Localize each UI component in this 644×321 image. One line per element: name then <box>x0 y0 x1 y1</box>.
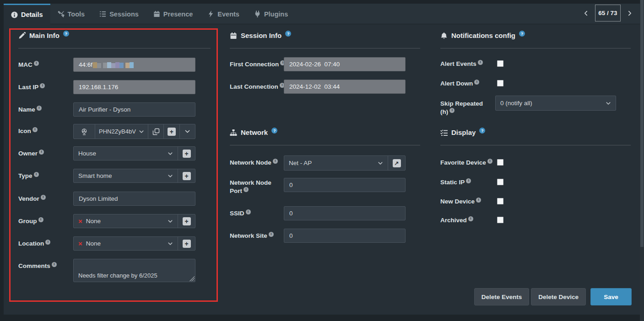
calendar-icon <box>153 11 160 17</box>
alert-down-checkbox[interactable] <box>497 80 503 86</box>
divider <box>440 48 631 48</box>
name-input[interactable]: Air Purifier - Dyson <box>73 102 195 117</box>
field-label: Last Connectioni <box>230 83 285 91</box>
first-connection-input[interactable]: 2024-02-26 07:40 <box>284 57 406 71</box>
tab-presence[interactable]: Presence <box>146 4 200 24</box>
info-icon: i <box>273 159 278 164</box>
plus-icon: + <box>183 217 191 225</box>
help-icon[interactable]: ? <box>271 128 277 134</box>
field-label: MACi <box>18 61 39 69</box>
section-title: Display <box>451 128 476 136</box>
fan-icon <box>81 128 88 135</box>
mac-input[interactable]: 44:6f <box>73 58 195 72</box>
scrollbar[interactable] <box>640 0 644 321</box>
field-row-static-ip: Static IPi <box>435 178 636 193</box>
expand-icon-list-button[interactable] <box>180 124 195 139</box>
open-arrow-icon: ↗ <box>393 159 401 167</box>
add-group-button[interactable]: + <box>178 214 195 228</box>
location-select[interactable]: × None <box>74 237 178 250</box>
field-row-network-site: Network Sitei 0 <box>224 229 426 243</box>
chevron-down-icon <box>168 241 173 246</box>
device-position-value: 65 / 73 <box>598 10 617 16</box>
help-icon[interactable]: ? <box>63 31 69 37</box>
delete-events-button[interactable]: Delete Events <box>474 288 530 305</box>
icon-control-group: PHN2ZyB4bV + <box>73 124 195 139</box>
new-device-checkbox[interactable] <box>497 198 503 204</box>
vendor-input[interactable]: Dyson Limited <box>73 192 195 206</box>
field-label: Skip Repeated (h)i <box>440 100 492 117</box>
chevron-left-icon <box>583 10 589 16</box>
type-select[interactable]: Smart home <box>74 169 178 182</box>
info-icon: i <box>45 240 50 245</box>
field-label: Typei <box>18 172 39 180</box>
network-node-port-input[interactable]: 0 <box>284 178 406 192</box>
group-select[interactable]: × None <box>74 214 178 228</box>
info-icon: i <box>34 172 39 177</box>
tab-label: Tools <box>68 11 85 18</box>
field-row-location: Locationi × None + <box>9 236 218 251</box>
tab-sessions[interactable]: Sessions <box>92 4 146 24</box>
info-icon: i <box>52 262 57 267</box>
archived-checkbox[interactable] <box>497 217 503 223</box>
static-ip-checkbox[interactable] <box>497 179 503 185</box>
help-icon[interactable]: ? <box>519 31 525 37</box>
info-icon: i <box>468 216 473 221</box>
help-icon[interactable]: ? <box>285 31 291 37</box>
resize-handle[interactable] <box>189 276 195 281</box>
tools-icon <box>58 11 65 17</box>
tab-events[interactable]: Events <box>200 4 247 24</box>
device-pager: 65 / 73 <box>580 5 636 21</box>
divider <box>18 48 211 48</box>
field-label: Favorite Devicei <box>440 159 492 167</box>
help-icon[interactable]: ? <box>479 128 485 134</box>
last-connection-input[interactable]: 2024-12-02 03:44 <box>284 80 406 94</box>
info-icon: i <box>269 232 274 237</box>
network-site-input[interactable]: 0 <box>284 229 406 243</box>
network-node-select[interactable]: Net - AP <box>284 156 388 170</box>
field-row-network-node: Network Nodei Net - AP ↗ <box>224 155 426 171</box>
field-label: Namei <box>18 106 42 114</box>
copy-icon <box>152 128 160 135</box>
field-row-name: Namei Air Purifier - Dyson <box>9 102 218 117</box>
info-icon: i <box>40 83 45 88</box>
tab-plugins[interactable]: Plugins <box>247 4 295 24</box>
ssid-input[interactable]: 0 <box>284 206 406 220</box>
delete-device-button[interactable]: Delete Device <box>531 288 586 305</box>
device-details-page: Details Tools Sessions Presence Events P… <box>0 0 644 321</box>
last-ip-input[interactable]: 192.168.1.176 <box>73 80 195 94</box>
tab-details[interactable]: Details <box>4 4 50 24</box>
field-row-last-ip: Last IPi 192.168.1.176 <box>9 80 218 94</box>
next-device-button[interactable] <box>624 5 636 21</box>
main-info-column: Main Info ? MACi 44:6f <box>9 24 218 315</box>
save-button[interactable]: Save <box>590 288 632 305</box>
tab-tools[interactable]: Tools <box>50 4 92 24</box>
add-type-button[interactable]: + <box>178 169 195 182</box>
field-label: First Connectioni <box>230 60 285 69</box>
add-owner-button[interactable]: + <box>178 147 195 160</box>
info-icon: i <box>32 127 38 132</box>
owner-select[interactable]: House <box>74 147 178 160</box>
icon-select[interactable]: PHN2ZyB4bV <box>95 124 148 139</box>
field-label: Network Sitei <box>230 232 274 240</box>
info-icon: i <box>476 198 481 203</box>
add-location-button[interactable]: + <box>178 237 195 250</box>
copy-icon-button[interactable] <box>148 124 163 139</box>
comments-textarea[interactable]: Needs filter change by 6/2025 Serial num… <box>73 259 195 282</box>
main-info-header: Main Info ? <box>18 32 69 39</box>
field-row-skip-repeated: Skip Repeated (h)i 0 (notify all) <box>435 96 636 111</box>
field-row-alert-down: Alert Downi <box>435 80 636 94</box>
pencil-icon <box>18 32 26 39</box>
field-label: Groupi <box>18 217 43 225</box>
divider <box>440 145 631 145</box>
favorite-device-checkbox[interactable] <box>497 159 503 166</box>
chevron-right-icon <box>627 10 633 16</box>
scrollbar-thumb[interactable] <box>640 0 644 247</box>
open-network-node-button[interactable]: ↗ <box>388 156 405 170</box>
field-label: Archivedi <box>440 216 473 225</box>
alert-events-checkbox[interactable] <box>497 60 503 67</box>
skip-repeated-select[interactable]: 0 (notify all) <box>496 96 616 110</box>
prev-device-button[interactable] <box>580 5 592 21</box>
add-icon-button[interactable]: + <box>164 124 179 139</box>
list-ol-icon <box>99 11 106 17</box>
field-label: Alert Eventsi <box>440 60 483 68</box>
